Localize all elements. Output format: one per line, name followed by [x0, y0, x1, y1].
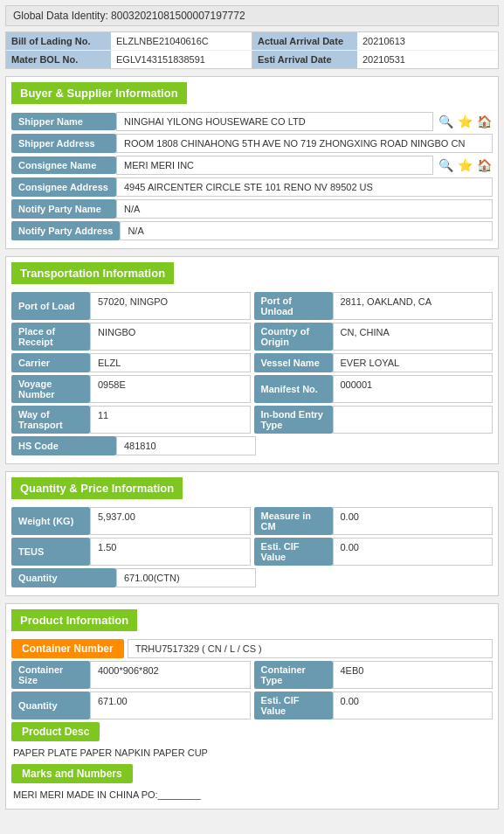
way-of-transport-value: 11 [90, 406, 251, 434]
consignee-name-label: Consignee Name [11, 156, 116, 174]
consignee-address-label: Consignee Address [11, 177, 116, 197]
measure-value: 0.00 [333, 507, 494, 535]
product-esti-cif-value: 0.00 [333, 692, 494, 719]
vessel-name-label: Vessel Name [254, 353, 333, 372]
port-of-load-col: Port of Load 57020, NINGPO [11, 292, 251, 320]
consignee-icons: 🔍 ⭐ 🏠 [437, 156, 493, 174]
esti-arrival-value: 20210531 [357, 51, 498, 68]
manifest-no-value: 000001 [333, 375, 494, 403]
carrier-value: ELZL [90, 353, 251, 372]
voyage-number-label: Voyage Number [11, 375, 90, 403]
receipt-origin-row: Place of Receipt NINGBO Country of Origi… [11, 323, 493, 351]
global-identity-label: Global Data Identity [13, 10, 105, 22]
top-info-table: Bill of Lading No. ELZLNBE21040616C Actu… [5, 31, 499, 69]
global-identity-value: 80032021081500007197772 [111, 10, 245, 22]
manifest-col: Manifest No. 000001 [254, 375, 494, 403]
port-of-unload-label: Port of Unload [254, 292, 333, 320]
container-size-label: Container Size [11, 661, 90, 689]
bill-of-lading-value: ELZLNBE21040616C [111, 32, 252, 50]
product-desc-row: Product Desc [11, 722, 493, 741]
global-identity-bar: Global Data Identity: 800320210815000071… [5, 5, 499, 26]
port-of-unload-col: Port of Unload 2811, OAKLAND, CA [254, 292, 494, 320]
teus-label: TEUS [11, 538, 90, 566]
shipper-star-icon[interactable]: ⭐ [456, 113, 473, 130]
top-row-2: Mater BOL No. EGLV143151838591 Esti Arri… [6, 51, 498, 68]
transportation-section: Transportation Information Port of Load … [5, 256, 499, 464]
consignee-search-icon[interactable]: 🔍 [437, 156, 454, 174]
way-of-transport-label: Way of Transport [11, 406, 90, 434]
esti-cif-label: Esti. CIF Value [254, 538, 333, 566]
shipper-name-value: NINGHAI YILONG HOUSEWARE CO LTD [116, 112, 433, 131]
consignee-name-value: MERI MERI INC [116, 156, 433, 175]
container-number-button[interactable]: Container Number [11, 639, 124, 658]
carrier-label: Carrier [11, 353, 90, 372]
hs-code-label: HS Code [11, 436, 116, 455]
port-of-load-label: Port of Load [11, 292, 90, 320]
product-quantity-cif-row: Quantity 671.00 Esti. CIF Value 0.00 [11, 692, 493, 719]
consignee-star-icon[interactable]: ⭐ [456, 156, 473, 174]
measure-col: Measure in CM 0.00 [254, 507, 494, 535]
port-of-load-value: 57020, NINGPO [90, 292, 251, 320]
quantity-label: Quantity [11, 568, 116, 587]
voyage-number-value: 0958E [90, 375, 251, 403]
shipper-icons: 🔍 ⭐ 🏠 [437, 113, 493, 130]
hs-code-row: HS Code 481810 [11, 436, 493, 455]
transport-inbond-row: Way of Transport 11 In-bond Entry Type [11, 406, 493, 434]
notify-party-name-value: N/A [116, 199, 493, 219]
marks-and-numbers-button[interactable]: Marks and Numbers [11, 764, 133, 783]
consignee-name-row: Consignee Name MERI MERI INC 🔍 ⭐ 🏠 [11, 156, 493, 175]
mater-bol-label: Mater BOL No. [6, 51, 111, 68]
shipper-name-row: Shipper Name NINGHAI YILONG HOUSEWARE CO… [11, 112, 493, 131]
product-quantity-col: Quantity 671.00 [11, 692, 251, 719]
page-wrapper: Global Data Identity: 800320210815000071… [0, 0, 504, 822]
product-quantity-label: Quantity [11, 692, 90, 719]
product-esti-cif-label: Esti. CIF Value [254, 692, 333, 719]
transportation-header: Transportation Information [11, 262, 174, 284]
product-quantity-value: 671.00 [90, 692, 251, 719]
in-bond-label: In-bond Entry Type [254, 406, 333, 434]
weight-col: Weight (KG) 5,937.00 [11, 507, 251, 535]
consignee-home-icon[interactable]: 🏠 [475, 156, 493, 174]
product-esti-cif-col: Esti. CIF Value 0.00 [254, 692, 494, 719]
actual-arrival-value: 20210613 [357, 32, 498, 50]
voyage-col: Voyage Number 0958E [11, 375, 251, 403]
notify-party-name-row: Notify Party Name N/A [11, 199, 493, 219]
weight-label: Weight (KG) [11, 507, 90, 535]
container-size-value: 4000*906*802 [90, 661, 251, 689]
marks-row: Marks and Numbers [11, 764, 493, 783]
container-type-col: Container Type 4EB0 [254, 661, 494, 689]
notify-party-name-label: Notify Party Name [11, 199, 116, 219]
marks-text: MERI MERI MADE IN CHINA PO:________ [6, 786, 498, 803]
container-size-type-row: Container Size 4000*906*802 Container Ty… [11, 661, 493, 689]
container-type-label: Container Type [254, 661, 333, 689]
container-number-value: TRHU7517329 ( CN / L / CS ) [128, 639, 493, 658]
esti-arrival-label: Esti Arrival Date [252, 51, 357, 68]
container-size-col: Container Size 4000*906*802 [11, 661, 251, 689]
product-desc-button[interactable]: Product Desc [11, 722, 100, 741]
manifest-no-label: Manifest No. [254, 375, 333, 403]
consignee-address-row: Consignee Address 4945 AIRCENTER CIRCLE … [11, 177, 493, 197]
teus-value: 1.50 [90, 538, 251, 566]
mater-bol-value: EGLV143151838591 [111, 51, 252, 68]
quantity-value: 671.00(CTN) [116, 568, 256, 587]
measure-label: Measure in CM [254, 507, 333, 535]
hs-code-value: 481810 [116, 436, 256, 455]
notify-party-address-value: N/A [120, 221, 493, 240]
place-of-receipt-value: NINGBO [90, 323, 251, 351]
place-of-receipt-label: Place of Receipt [11, 323, 90, 351]
product-section: Product Information Container Number TRH… [5, 603, 499, 810]
teus-col: TEUS 1.50 [11, 538, 251, 566]
country-of-origin-value: CN, CHINA [333, 323, 494, 351]
shipper-home-icon[interactable]: 🏠 [475, 113, 493, 130]
shipper-address-row: Shipper Address ROOM 1808 CHINAHONG 5TH … [11, 134, 493, 153]
notify-party-address-label: Notify Party Address [11, 221, 120, 240]
consignee-address-value: 4945 AIRCENTER CIRCLE STE 101 RENO NV 89… [116, 177, 493, 197]
top-row-1: Bill of Lading No. ELZLNBE21040616C Actu… [6, 32, 498, 51]
shipper-address-label: Shipper Address [11, 134, 116, 153]
quantity-price-header: Quantity & Price Information [11, 477, 183, 499]
place-of-receipt-col: Place of Receipt NINGBO [11, 323, 251, 351]
product-desc-text: PAPER PLATE PAPER NAPKIN PAPER CUP [6, 744, 498, 761]
shipper-search-icon[interactable]: 🔍 [437, 113, 454, 130]
carrier-vessel-row: Carrier ELZL Vessel Name EVER LOYAL [11, 353, 493, 372]
esti-cif-value: 0.00 [333, 538, 494, 566]
